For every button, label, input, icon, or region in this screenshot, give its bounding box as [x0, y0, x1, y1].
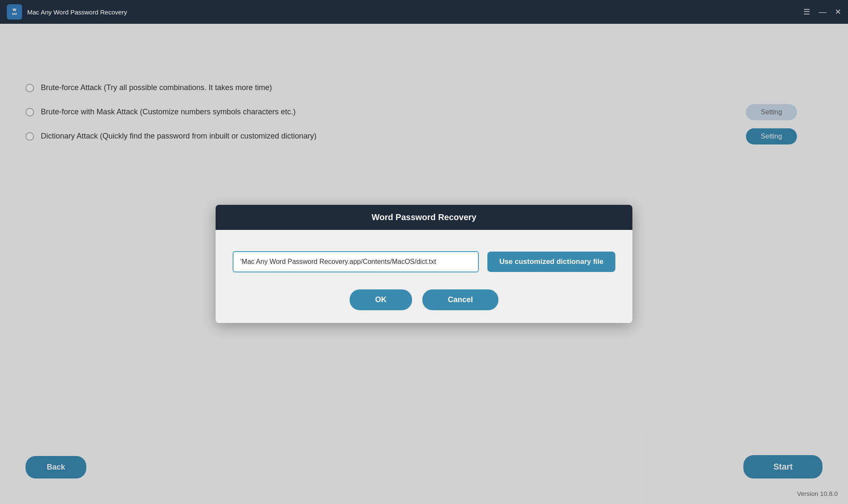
window-controls: ☰ — ✕ [803, 8, 841, 16]
cancel-button[interactable]: Cancel [422, 289, 498, 310]
minimize-button[interactable]: — [819, 8, 826, 16]
close-button[interactable]: ✕ [835, 8, 841, 16]
dialog-body: Use customized dictionary file OK Cancel [216, 230, 632, 323]
dialog-header: Word Password Recovery [216, 205, 632, 230]
ok-button[interactable]: OK [350, 289, 412, 310]
use-customized-dict-button[interactable]: Use customized dictionary file [487, 252, 615, 272]
dialog-action-row: OK Cancel [233, 289, 615, 310]
dict-path-input[interactable] [233, 251, 479, 272]
title-bar: W ord Mac Any Word Password Recovery ☰ —… [0, 0, 848, 24]
dialog-input-row: Use customized dictionary file [233, 251, 615, 272]
app-icon: W ord [7, 4, 22, 20]
dialog: Word Password Recovery Use customized di… [216, 205, 632, 323]
menu-button[interactable]: ☰ [803, 8, 810, 16]
app-title: Mac Any Word Password Recovery [27, 8, 127, 16]
main-content: Brute-force Attack (Try all possible com… [0, 24, 848, 504]
dialog-overlay: Word Password Recovery Use customized di… [0, 24, 848, 504]
dialog-title: Word Password Recovery [372, 212, 476, 222]
